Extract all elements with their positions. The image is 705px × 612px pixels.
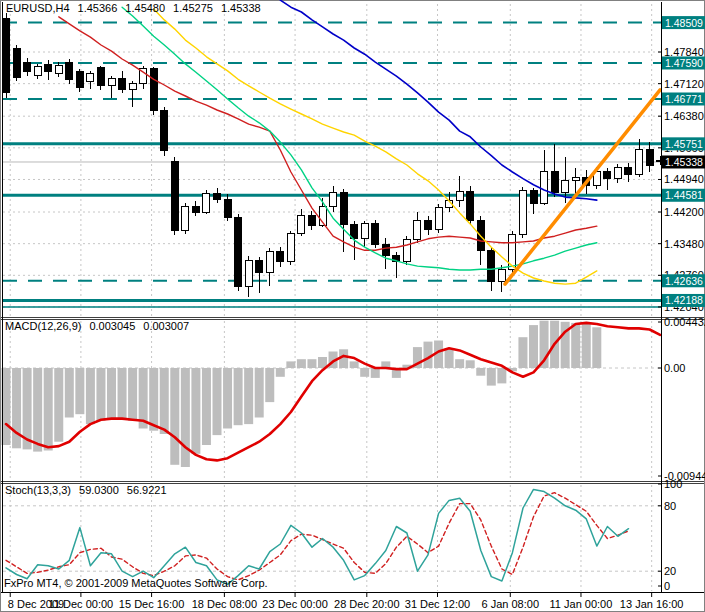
macd-axis-label: 0.004432 <box>664 316 705 328</box>
candle-body <box>530 191 537 203</box>
macd-indicator-label: MACD(12,26,9)0.0030450.003007 <box>5 320 189 333</box>
candle-body <box>340 193 347 225</box>
candle-body <box>456 192 463 201</box>
stoch-d-value: 56.9221 <box>127 484 167 496</box>
macd-histogram-bar <box>149 368 158 431</box>
candle-body <box>235 217 242 286</box>
macd-histogram-bar <box>276 368 285 377</box>
macd-main-value: 0.003045 <box>89 320 135 332</box>
time-tick-label: 11 Dec 00:00 <box>49 598 114 610</box>
candle-body <box>3 19 10 93</box>
macd-histogram-bar <box>445 348 454 368</box>
candle-body <box>604 172 611 179</box>
candle-body <box>625 167 632 174</box>
candle-body <box>76 72 83 88</box>
macd-histogram-bar <box>244 368 253 424</box>
stoch-k-value: 59.0300 <box>79 484 119 496</box>
macd-axis-label: 0.00 <box>664 362 685 374</box>
chart-title: EURUSD,H41.453661.454801.452751.45338 <box>6 2 261 15</box>
macd-histogram-bar <box>571 323 580 368</box>
candle-body <box>551 172 558 193</box>
macd-histogram-bar <box>65 368 74 418</box>
candle-body <box>24 62 31 72</box>
candle-body <box>646 150 653 166</box>
candle-body <box>308 216 315 226</box>
macd-histogram-bar <box>86 368 95 424</box>
macd-histogram-bar <box>487 368 496 386</box>
stoch-indicator-label: Stoch(13,3,3)59.030056.9221 <box>5 484 167 497</box>
stoch-axis-label: 100 <box>664 478 682 490</box>
macd-histogram-bar <box>466 360 475 368</box>
price-tick-label: 1.43480 <box>664 238 704 250</box>
macd-histogram-bar <box>297 359 306 368</box>
candle-body <box>361 223 368 238</box>
macd-histogram-bar <box>223 368 232 429</box>
level-label-text: 1.48509 <box>665 17 703 29</box>
macd-histogram-bar <box>33 368 42 452</box>
macd-histogram-bar <box>96 368 105 421</box>
candle-body <box>425 221 432 230</box>
level-label-text: 1.44581 <box>665 189 703 201</box>
macd-histogram-bar <box>307 359 316 368</box>
candle-body <box>34 67 41 76</box>
time-tick-label: 11 Jan 00:00 <box>550 598 613 610</box>
candle-body <box>13 48 20 77</box>
macd-histogram-bar <box>170 368 179 465</box>
macd-histogram-bar <box>455 359 464 368</box>
candle-body <box>519 191 526 235</box>
candle-body <box>119 79 126 90</box>
price-tick-label: 1.47120 <box>664 78 704 90</box>
price-tick-label: 1.44200 <box>664 206 704 218</box>
macd-histogram-bar <box>54 368 63 442</box>
macd-histogram-bar <box>350 361 359 368</box>
macd-histogram-bar <box>44 368 53 451</box>
stoch-axis-label: 80 <box>664 500 676 512</box>
stoch-axis-label: 20 <box>664 565 676 577</box>
level-label-text: 1.47590 <box>665 57 703 69</box>
macd-histogram-bar <box>286 361 295 368</box>
current-price-label: 1.45338 <box>665 156 703 168</box>
candle-body <box>203 194 210 212</box>
candle-body <box>467 192 474 221</box>
macd-name: MACD(12,26,9) <box>5 320 81 332</box>
time-tick-label: 15 Dec 16:00 <box>119 598 184 610</box>
candle-body <box>161 110 168 150</box>
chart-canvas[interactable]: 1.478401.471201.463801.456601.449401.442… <box>0 0 705 612</box>
candle-body <box>498 269 505 281</box>
macd-histogram-bar <box>160 368 169 434</box>
level-label-text: 1.46771 <box>665 93 703 105</box>
close-value: 1.45338 <box>221 2 261 14</box>
candle-body <box>403 239 410 261</box>
candle-body <box>224 200 231 218</box>
macd-histogram-bar <box>529 325 538 368</box>
price-tick-label: 1.46380 <box>664 110 704 122</box>
candle-body <box>55 66 62 74</box>
candle-body <box>614 167 621 178</box>
mt4-chart-window: 1.478401.471201.463801.456601.449401.442… <box>0 0 705 612</box>
candle-body <box>435 208 442 230</box>
time-tick-label: 6 Jan 08:00 <box>482 598 540 610</box>
candle-body <box>351 224 358 238</box>
time-tick-label: 18 Dec 08:00 <box>192 598 257 610</box>
level-label-text: 1.45751 <box>665 138 703 150</box>
candle-body <box>108 79 115 86</box>
candle-body <box>182 207 189 231</box>
high-value: 1.45480 <box>125 2 165 14</box>
level-label-text: 1.42188 <box>665 294 703 306</box>
candle-body <box>414 221 421 239</box>
level-label-text: 1.42636 <box>665 275 703 287</box>
macd-histogram-bar <box>518 337 527 368</box>
candle-body <box>636 150 643 175</box>
macd-histogram-bar <box>202 368 211 445</box>
candle-body <box>87 74 94 82</box>
macd-histogram-bar <box>191 368 200 454</box>
macd-histogram-bar <box>476 368 485 376</box>
candle-body <box>171 161 178 230</box>
macd-histogram-bar <box>255 368 264 418</box>
candle-body <box>214 194 221 200</box>
candle-body <box>192 207 199 212</box>
time-tick-label: 23 Dec 00:00 <box>262 598 327 610</box>
macd-histogram-bar <box>360 368 369 377</box>
candle-body <box>277 252 284 262</box>
candle-body <box>45 64 52 71</box>
